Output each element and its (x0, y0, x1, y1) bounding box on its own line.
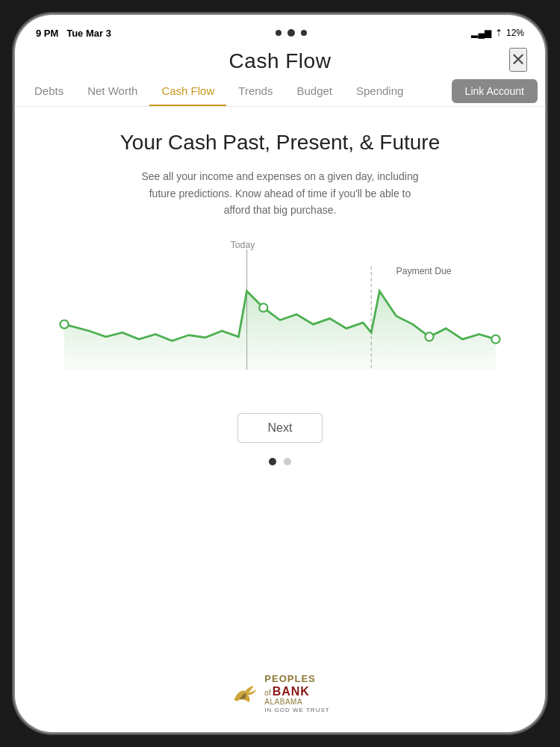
bank-logo: PEOPLES of BANK ALABAMA IN GOD WE TRUST (230, 674, 329, 714)
section-title: Your Cash Past, Present, & Future (120, 129, 441, 156)
today-label: Today (231, 241, 255, 250)
tab-budget[interactable]: Budget (284, 77, 344, 107)
chart-area-fill (64, 291, 496, 370)
bank-logo-bird (230, 683, 260, 705)
nav-tabs: Debts Net Worth Cash Flow Trends Budget … (15, 76, 545, 107)
camera-dot-1 (276, 30, 281, 36)
status-icons: ▂▄▆ ⇡ 12% (471, 28, 524, 38)
logo-tagline-text: IN GOD WE TRUST (264, 707, 329, 714)
close-button[interactable]: ✕ (509, 48, 527, 72)
logo-bank-text: BANK (273, 685, 310, 698)
tab-debts[interactable]: Debts (22, 77, 75, 107)
status-time-date: 9 PM Tue Mar 3 (36, 28, 111, 39)
wifi-icon: ⇡ (495, 28, 503, 38)
camera-notch (276, 29, 307, 37)
tab-cash-flow[interactable]: Cash Flow (149, 77, 226, 107)
page-title: Cash Flow (229, 49, 332, 73)
chart-point-today (259, 303, 267, 311)
next-button[interactable]: Next (237, 413, 323, 443)
payment-due-label: Payment Due (396, 266, 452, 276)
header: Cash Flow ✕ (15, 43, 545, 76)
chart-point-end (491, 335, 500, 343)
logo-of-text: of (264, 689, 270, 697)
pagination-dot-1 (269, 458, 276, 465)
chart-point-start (60, 320, 69, 328)
pagination-dot-2 (284, 458, 291, 465)
camera-dot-3 (301, 30, 307, 36)
status-bar: 9 PM Tue Mar 3 ▂▄▆ ⇡ 12% (15, 15, 545, 43)
logo-peoples-text: PEOPLES (264, 674, 329, 684)
camera-dot-2 (287, 29, 295, 37)
device-frame: 9 PM Tue Mar 3 ▂▄▆ ⇡ 12% Cash Flow ✕ Deb… (15, 15, 545, 732)
status-date: Tue Mar 3 (66, 28, 111, 39)
signal-icon: ▂▄▆ (471, 28, 491, 38)
battery-icon: 12% (506, 28, 524, 38)
footer-logo: PEOPLES of BANK ALABAMA IN GOD WE TRUST (230, 674, 329, 714)
tab-net-worth[interactable]: Net Worth (75, 77, 149, 107)
cash-flow-chart: Today Payment Due (45, 241, 515, 391)
status-time: 9 PM (36, 28, 58, 39)
link-account-button[interactable]: Link Account (452, 79, 538, 103)
chart-svg: Today Payment Due (45, 241, 515, 391)
pagination-dots (269, 458, 291, 465)
section-description: See all your income and expenses on a gi… (138, 168, 422, 218)
chart-point-mid (425, 332, 433, 341)
logo-alabama-text: ALABAMA (264, 698, 329, 706)
main-content: Your Cash Past, Present, & Future See al… (15, 107, 545, 495)
bank-logo-text: PEOPLES of BANK ALABAMA IN GOD WE TRUST (264, 674, 329, 714)
tab-spending[interactable]: Spending (344, 77, 415, 107)
tab-trends[interactable]: Trends (226, 77, 284, 107)
